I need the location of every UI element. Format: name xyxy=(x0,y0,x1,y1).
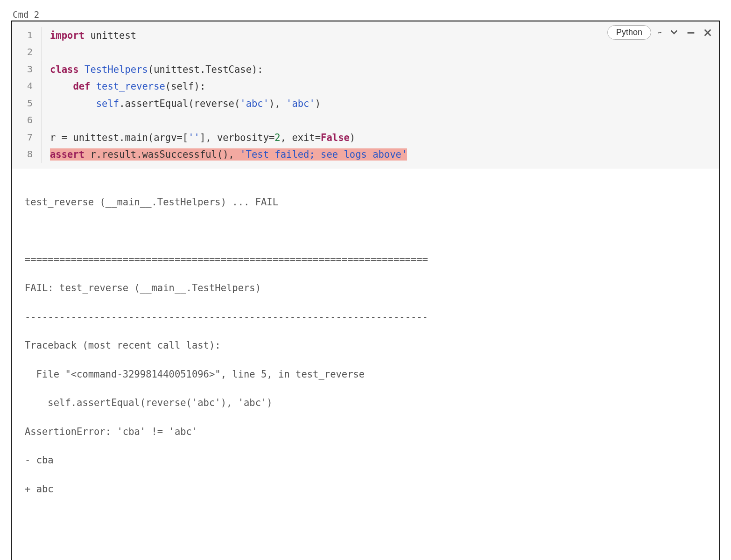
code-editor[interactable]: Python 1import unittest 2 3class xyxy=(12,21,719,168)
cell-toolbar: Python xyxy=(607,25,713,40)
output-line: FAIL: test_reverse (__main__.TestHelpers… xyxy=(25,281,706,295)
line-number: 5 xyxy=(12,95,42,112)
output-line: - cba xyxy=(25,453,706,468)
minus-icon xyxy=(686,28,696,38)
line-number: 4 xyxy=(12,78,42,95)
output-line: self.assertEqual(reverse('abc'), 'abc') xyxy=(25,396,706,410)
output-separator: ========================================… xyxy=(25,252,706,267)
minimize-button[interactable] xyxy=(686,28,696,38)
run-button[interactable] xyxy=(658,29,662,36)
close-icon xyxy=(703,28,713,38)
output-line: AssertionError: 'cba' != 'abc' xyxy=(25,425,706,439)
svg-rect-0 xyxy=(688,32,695,34)
language-selector[interactable]: Python xyxy=(607,25,651,40)
output-line: test_reverse (__main__.TestHelpers) ... … xyxy=(25,195,706,210)
line-number: 3 xyxy=(12,61,42,78)
close-button[interactable] xyxy=(703,28,713,38)
chevron-down-icon xyxy=(669,28,679,38)
line-number: 6 xyxy=(12,112,42,129)
output-line: + abc xyxy=(25,482,706,497)
line-number: 1 xyxy=(12,27,42,44)
line-number: 7 xyxy=(12,129,42,146)
output-line: Traceback (most recent call last): xyxy=(25,338,706,353)
caret-down-icon xyxy=(659,29,662,36)
line-number: 8 xyxy=(12,146,42,163)
cell-label: Cmd 2 xyxy=(11,9,720,20)
code-lines: 1import unittest 2 3class TestHelpers(un… xyxy=(12,27,719,163)
notebook-cell: Python 1import unittest 2 3class xyxy=(11,21,720,560)
output-line: File "<command-329981440051096>", line 5… xyxy=(25,367,706,382)
collapse-button[interactable] xyxy=(669,28,679,38)
output-area: test_reverse (__main__.TestHelpers) ... … xyxy=(12,168,719,560)
output-separator: ----------------------------------------… xyxy=(25,310,706,324)
line-number: 2 xyxy=(12,44,42,61)
